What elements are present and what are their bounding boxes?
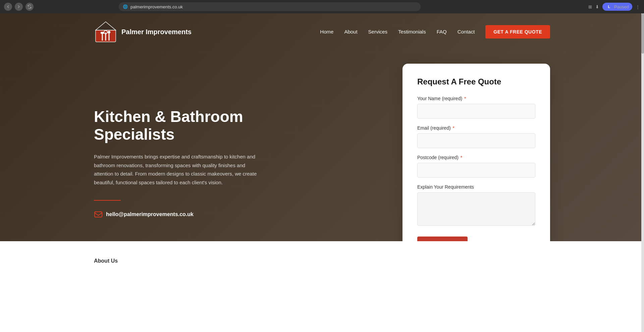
back-button[interactable] — [4, 3, 12, 11]
name-label-text: Your Name (required) — [417, 96, 462, 101]
nav-item-faq[interactable]: FAQ — [437, 29, 447, 35]
nav-item-home[interactable]: Home — [320, 29, 333, 35]
navbar: Palmer Improvements Home About Services … — [0, 13, 644, 50]
postcode-required-star: * — [461, 155, 462, 160]
nav-item-about[interactable]: About — [344, 29, 357, 35]
name-field-group: Your Name (required) * — [417, 96, 535, 119]
postcode-input[interactable] — [417, 163, 535, 178]
logo-icon — [94, 20, 117, 44]
get-quote-submit-button[interactable]: GET A QUOTE — [417, 237, 468, 241]
hero-section: Palmer Improvements Home About Services … — [0, 13, 644, 241]
nav-link-home[interactable]: Home — [320, 29, 333, 35]
requirements-field-group: Explain Your Requirements — [417, 184, 535, 227]
hero-email-row: hello@palmerimprovements.co.uk — [94, 210, 262, 219]
nav-links: Home About Services Testimonials FAQ Con… — [320, 29, 475, 35]
hero-left: Kitchen & Bathroom Specialists Palmer Im… — [94, 108, 262, 219]
svg-rect-4 — [101, 32, 104, 34]
paused-label: Paused — [614, 4, 629, 9]
browser-chrome: 🌐 palmerimprovements.co.uk ⊞ ⬇ L Paused … — [0, 0, 644, 13]
name-input[interactable] — [417, 104, 535, 119]
nav-link-services[interactable]: Services — [368, 29, 388, 35]
forward-button[interactable] — [15, 3, 23, 11]
url-text: palmerimprovements.co.uk — [130, 4, 183, 9]
hero-title: Kitchen & Bathroom Specialists — [94, 108, 262, 143]
reload-button[interactable] — [25, 3, 34, 11]
hero-divider — [94, 200, 121, 201]
user-avatar: L — [606, 3, 612, 10]
browser-right-icons: ⊞ ⬇ L Paused ⋮ — [588, 3, 640, 11]
nav-link-testimonials[interactable]: Testimonials — [398, 29, 426, 35]
postcode-field-group: Postcode (required) * — [417, 155, 535, 178]
svg-point-8 — [108, 31, 110, 34]
email-field-group: Email (required) * — [417, 125, 535, 148]
email-input[interactable] — [417, 133, 535, 148]
scrollbar-thumb[interactable] — [641, 13, 644, 54]
page: Palmer Improvements Home About Services … — [0, 13, 644, 274]
nav-item-contact[interactable]: Contact — [458, 29, 475, 35]
about-us-label: About Us — [94, 258, 118, 264]
hero-content: Kitchen & Bathroom Specialists Palmer Im… — [0, 50, 644, 241]
below-hero-section: About Us — [0, 241, 644, 274]
paused-badge[interactable]: L Paused — [602, 3, 632, 11]
nav-item-testimonials[interactable]: Testimonials — [398, 29, 426, 35]
hero-email: hello@palmerimprovements.co.uk — [106, 211, 194, 217]
globe-icon: 🌐 — [123, 4, 128, 9]
email-label-text: Email (required) — [417, 125, 451, 131]
svg-rect-9 — [95, 212, 102, 217]
postcode-label-text: Postcode (required) — [417, 155, 459, 160]
hero-description: Palmer Improvements brings expertise and… — [94, 152, 262, 187]
logo-text: Palmer Improvements — [121, 28, 192, 36]
email-label: Email (required) * — [417, 125, 535, 131]
form-title: Request A Free Quote — [417, 77, 535, 86]
postcode-label: Postcode (required) * — [417, 155, 535, 160]
svg-marker-2 — [96, 22, 116, 30]
name-required-star: * — [464, 96, 466, 101]
logo-area: Palmer Improvements — [94, 20, 192, 44]
nav-link-about[interactable]: About — [344, 29, 357, 35]
quote-form-card: Request A Free Quote Your Name (required… — [402, 64, 550, 241]
menu-icon[interactable]: ⋮ — [636, 4, 640, 9]
address-bar[interactable]: 🌐 palmerimprovements.co.uk — [119, 2, 421, 11]
requirements-label-text: Explain Your Requirements — [417, 184, 474, 190]
download-icon[interactable]: ⬇ — [595, 4, 599, 9]
nav-link-contact[interactable]: Contact — [458, 29, 475, 35]
nav-link-faq[interactable]: FAQ — [437, 29, 447, 35]
get-free-quote-button[interactable]: GET A FREE QUOTE — [485, 25, 550, 39]
name-label: Your Name (required) * — [417, 96, 535, 101]
requirements-textarea[interactable] — [417, 192, 535, 226]
scrollbar[interactable] — [641, 13, 644, 274]
nav-item-services[interactable]: Services — [368, 29, 388, 35]
email-icon — [94, 210, 103, 219]
email-required-star: * — [452, 125, 454, 131]
extensions-icon[interactable]: ⊞ — [588, 4, 592, 9]
requirements-label: Explain Your Requirements — [417, 184, 535, 190]
